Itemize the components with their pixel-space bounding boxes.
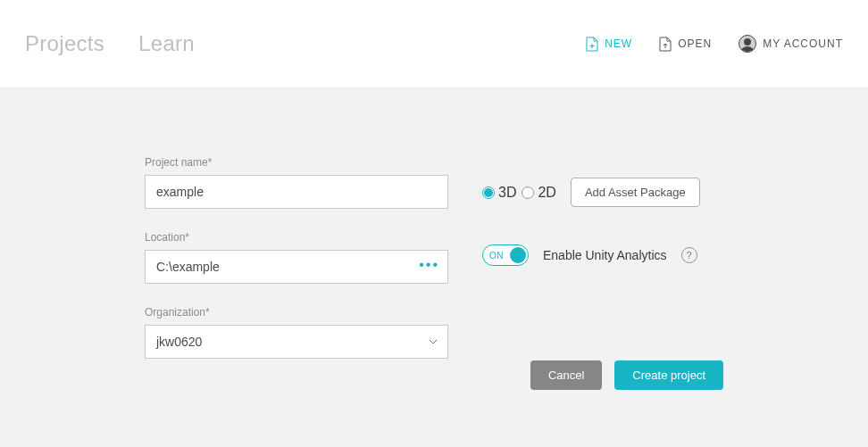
organization-select[interactable]: jkw0620 — [145, 325, 448, 359]
toggle-state-label: ON — [489, 251, 504, 261]
location-group: Location* ••• — [145, 231, 448, 284]
add-asset-package-button[interactable]: Add Asset Package — [571, 178, 700, 207]
organization-value: jkw0620 — [156, 335, 202, 349]
organization-label: Organization* — [145, 306, 448, 319]
analytics-label: Enable Unity Analytics — [543, 248, 667, 262]
project-name-label: Project name* — [145, 156, 448, 169]
analytics-toggle[interactable]: ON — [482, 244, 529, 266]
project-name-input[interactable] — [145, 175, 448, 209]
analytics-help-icon[interactable]: ? — [681, 247, 697, 263]
radio-2d-circle — [522, 186, 534, 199]
location-input[interactable] — [145, 250, 448, 284]
open-label: OPEN — [678, 37, 712, 50]
create-project-button[interactable]: Create project — [614, 360, 723, 390]
open-button[interactable]: OPEN — [659, 37, 712, 52]
radio-3d[interactable]: 3D — [482, 185, 516, 201]
radio-3d-label: 3D — [498, 185, 516, 201]
organization-group: Organization* jkw0620 — [145, 306, 448, 359]
tab-learn[interactable]: Learn — [138, 31, 195, 56]
browse-location-icon[interactable]: ••• — [419, 258, 439, 276]
header-actions: NEW OPEN MY ACCOUNT — [586, 35, 843, 53]
my-account-button[interactable]: MY ACCOUNT — [739, 35, 843, 53]
content: Project name* Location* ••• Organization… — [0, 88, 868, 447]
dimension-radio-group: 3D 2D — [482, 185, 556, 201]
radio-2d-label: 2D — [538, 185, 555, 201]
account-label: MY ACCOUNT — [763, 37, 843, 50]
form-right-column: 3D 2D Add Asset Package ON Enable Unity … — [482, 178, 732, 266]
new-button[interactable]: NEW — [586, 37, 632, 52]
location-label: Location* — [145, 231, 448, 244]
new-label: NEW — [605, 37, 632, 50]
toggle-knob — [510, 247, 526, 263]
new-file-icon — [586, 37, 598, 52]
project-name-group: Project name* — [145, 156, 448, 209]
radio-2d[interactable]: 2D — [522, 185, 555, 201]
form-left-column: Project name* Location* ••• Organization… — [145, 156, 448, 381]
dimension-row: 3D 2D Add Asset Package — [482, 178, 732, 207]
analytics-row: ON Enable Unity Analytics ? — [482, 244, 732, 266]
cancel-button[interactable]: Cancel — [530, 360, 602, 390]
header: Projects Learn NEW OPEN MY ACCOUNT — [0, 0, 868, 88]
radio-3d-circle — [482, 186, 495, 199]
open-file-icon — [659, 37, 672, 52]
header-tabs: Projects Learn — [25, 31, 195, 56]
button-row: Cancel Create project — [530, 360, 723, 390]
avatar-icon — [739, 35, 756, 53]
tab-projects[interactable]: Projects — [25, 31, 104, 56]
